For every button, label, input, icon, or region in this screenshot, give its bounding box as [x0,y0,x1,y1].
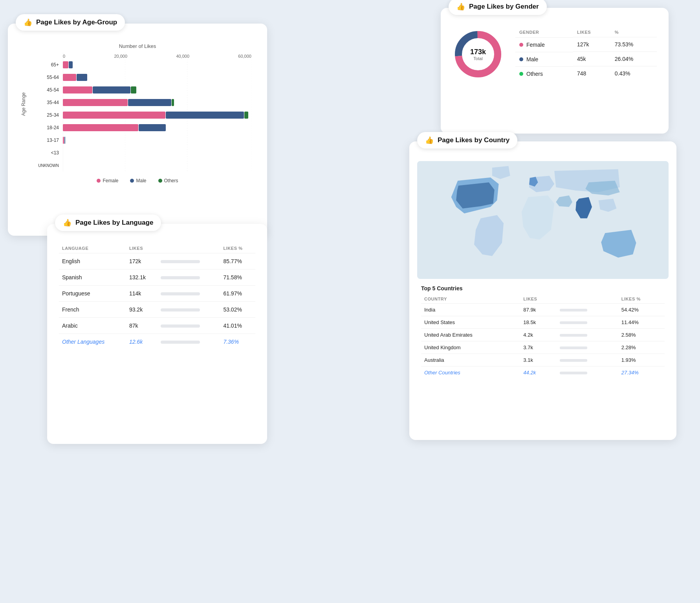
progress-bg [161,276,200,279]
bars-container [63,86,251,94]
country-progress-bg [560,334,587,337]
lang-cell-likes: 87k [126,318,158,334]
x-axis-ticks: 0 20,000 40,000 60,000 [63,52,251,59]
country-col-bar [557,295,618,304]
bar-label: 25-34 [31,112,63,118]
country-cell-bar [557,316,618,329]
country-row: United Kingdom 3.7k 2.28% [421,341,665,354]
country-cell-country: India [421,304,520,316]
country-cell-country: Australia [421,354,520,367]
bars-container [63,161,251,170]
language-row: English 172k 85.77% [59,253,255,269]
bar-others [172,99,174,106]
gender-row: Others 748 0.43% [515,66,657,81]
legend-female: Female [97,178,118,183]
gender-color-dot [519,43,523,47]
bar-male [77,74,87,81]
gender-col-likes: LIKES [573,27,611,37]
gender-color-dot [519,57,523,61]
gender-col-pct: % [611,27,657,37]
bar-row: 25-34 [63,109,251,121]
lang-cell-pct: 53.02% [220,302,255,318]
bar-label: 13-17 [31,137,63,143]
gender-cell-likes: 748 [573,66,611,81]
donut-total: 173k [470,48,486,56]
lang-cell-lang: Portuguese [59,286,126,302]
bar-label: 35-44 [31,100,63,105]
country-progress-bg [560,309,587,312]
age-group-chart-title: Number of Likes [20,43,255,49]
lang-col-bar [158,244,220,253]
bar-row: <13 [63,147,251,159]
lang-col-likes: LIKES [126,244,158,253]
bars-container [63,123,251,132]
bars-container [63,148,251,157]
progress-bg [161,308,200,312]
lang-cell-lang: Other Languages [59,334,126,350]
country-table: COUNTRY LIKES LIKES % India 87.9k 54.42%… [421,295,665,379]
lang-cell-lang: Spanish [59,269,126,286]
progress-bg [161,324,200,328]
lang-cell-lang: Arabic [59,318,126,334]
gender-title: Page Likes by Gender [469,3,539,11]
top-countries-title: Top 5 Countries [421,285,665,291]
bars-container [63,73,251,82]
bar-female [63,137,64,144]
lang-cell-pct: 61.97% [220,286,255,302]
lang-cell-lang: French [59,302,126,318]
gender-cell-pct: 73.53% [611,37,657,52]
bar-male [69,61,73,68]
country-row: Australia 3.1k 1.93% [421,354,665,367]
lang-col-language: LANGUAGE [59,244,126,253]
country-card: 👍 Page Likes by Country [409,141,676,440]
bar-label: 18-24 [31,125,63,130]
legend-female-label: Female [103,178,118,183]
lang-cell-pct: 7.36% [220,334,255,350]
language-row: Arabic 87k 41.01% [59,318,255,334]
country-cell-bar [557,329,618,341]
country-col-country: COUNTRY [421,295,520,304]
country-cell-pct: 1.93% [618,354,665,367]
gender-cell-pct: 0.43% [611,66,657,81]
lang-cell-pct: 71.58% [220,269,255,286]
bar-female [63,86,92,93]
bar-male [128,99,171,106]
country-table-section: Top 5 Countries COUNTRY LIKES LIKES % In… [417,285,669,379]
gender-cell-label: Male [515,52,573,66]
thumbs-up-icon-country: 👍 [425,136,434,145]
country-cell-bar [557,341,618,354]
country-cell-likes: 3.1k [520,354,557,367]
others-dot [158,179,162,183]
country-cell-pct: 2.58% [618,329,665,341]
bar-female [63,99,128,106]
country-cell-pct: 27.34% [618,367,665,379]
gender-cell-pct: 26.04% [611,52,657,66]
legend-others: Others [158,178,178,183]
gender-cell-label: Female [515,37,573,52]
country-cell-likes: 18.5k [520,316,557,329]
donut-chart: 173k Total [453,29,504,80]
x-tick-40k: 40,000 [176,54,189,59]
age-group-header: 👍 Page Likes by Age-Group [16,14,125,31]
country-row: United Arab Emirates 4.2k 2.58% [421,329,665,341]
bars-container [63,60,251,69]
language-row: French 93.2k 53.02% [59,302,255,318]
progress-bg [161,341,200,344]
gender-row: Female 127k 73.53% [515,37,657,52]
bar-label: <13 [31,150,63,156]
legend-male: Male [130,178,146,183]
country-cell-country: United Kingdom [421,341,520,354]
bar-row: 13-17 [63,134,251,147]
country-cell-country: United Arab Emirates [421,329,520,341]
bar-row: UNKNOWN [63,159,251,172]
country-progress-bg [560,321,587,324]
thumbs-up-icon: 👍 [24,18,32,27]
gender-header: 👍 Page Likes by Gender [449,0,547,15]
female-dot [97,179,101,183]
lang-cell-pct: 41.01% [220,318,255,334]
lang-col-pct: LIKES % [220,244,255,253]
lang-cell-bar [158,253,220,269]
lang-cell-bar [158,302,220,318]
bars-container [63,98,251,107]
country-cell-bar [557,304,618,316]
